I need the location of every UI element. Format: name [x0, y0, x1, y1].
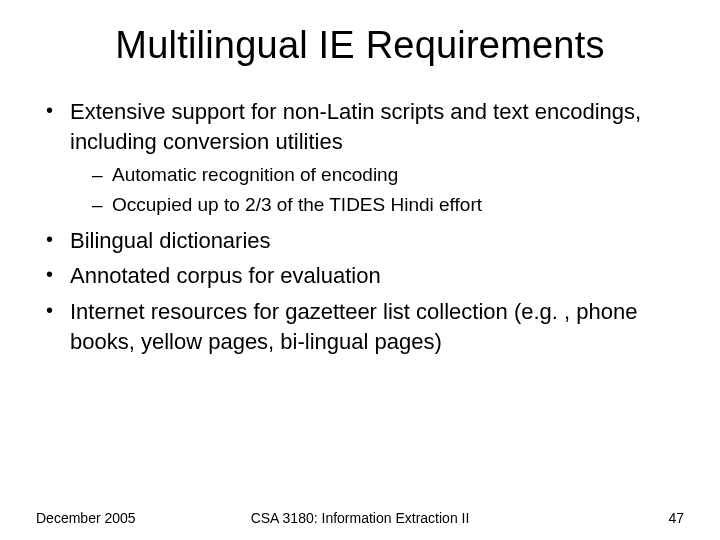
footer-page-number: 47 [668, 510, 684, 526]
slide-title: Multilingual IE Requirements [36, 24, 684, 67]
bullet-text: Annotated corpus for evaluation [70, 263, 381, 288]
slide: Multilingual IE Requirements Extensive s… [0, 0, 720, 540]
bullet-text: Internet resources for gazetteer list co… [70, 299, 637, 354]
bullet-item: Bilingual dictionaries [42, 226, 684, 256]
sub-item: Occupied up to 2/3 of the TIDES Hindi ef… [92, 192, 684, 218]
bullet-list: Extensive support for non-Latin scripts … [36, 97, 684, 356]
footer-course: CSA 3180: Information Extraction II [251, 510, 470, 526]
sub-list: Automatic recognition of encoding Occupi… [70, 162, 684, 217]
sub-item: Automatic recognition of encoding [92, 162, 684, 188]
footer-date: December 2005 [36, 510, 136, 526]
bullet-item: Internet resources for gazetteer list co… [42, 297, 684, 356]
bullet-text: Extensive support for non-Latin scripts … [70, 99, 641, 154]
bullet-item: Extensive support for non-Latin scripts … [42, 97, 684, 218]
bullet-text: Bilingual dictionaries [70, 228, 271, 253]
bullet-item: Annotated corpus for evaluation [42, 261, 684, 291]
footer: December 2005 CSA 3180: Information Extr… [36, 510, 684, 526]
